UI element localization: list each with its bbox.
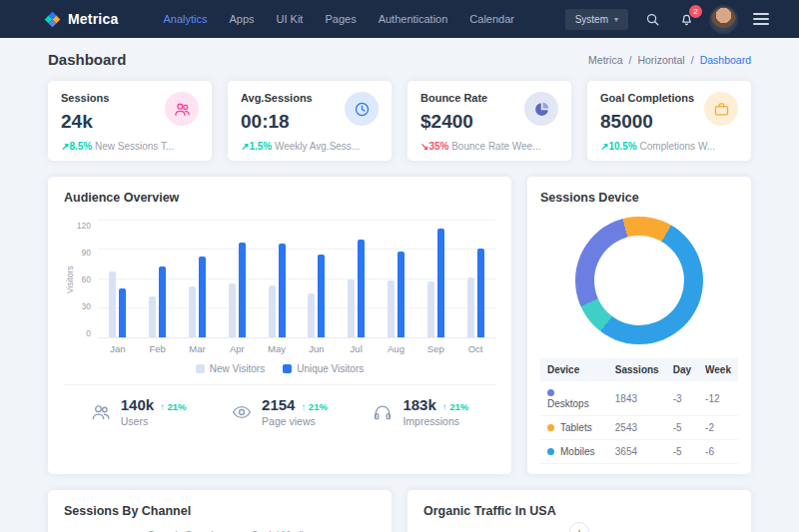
arrow-up-icon: ↑ <box>160 401 165 412</box>
trend-percent: 35% <box>428 141 448 152</box>
stat-value: 140k <box>121 396 154 413</box>
y-axis-title: Visitors <box>64 221 76 338</box>
bar-new-visitors <box>149 296 156 337</box>
stats-row: Sessions 24k ↗8.5% New Sessions T... Avg… <box>48 81 751 161</box>
stat-card-goal-completions: Goal Completions 85000 ↗10.5% Completion… <box>587 81 751 161</box>
bar-group <box>415 221 455 337</box>
arrow-up-icon: ↑ <box>301 401 306 412</box>
trend-percent: 8.5% <box>69 141 92 152</box>
legend-swatch <box>283 364 292 373</box>
bar-group <box>257 221 297 337</box>
main-nav: Analytics Apps UI Kit Pages Authenticati… <box>152 0 525 38</box>
notifications-button[interactable]: 2 <box>677 10 696 29</box>
stat-label: Bounce Rate <box>420 92 487 104</box>
col-header-sassions: Sassions <box>608 358 666 381</box>
breadcrumb-link-metrica[interactable]: Metrica <box>588 54 622 66</box>
trend-desc: Weekly Avg.Sess... <box>275 141 360 152</box>
breadcrumb: Metrica / Horizontal / Dashboard <box>588 54 751 66</box>
trend-desc: Completions W... <box>640 141 716 152</box>
bar-group <box>178 221 218 337</box>
stat-label: Impressions <box>402 415 468 427</box>
device-day: -5 <box>666 416 698 440</box>
audience-stats-strip: 140k ↑ 21% Users 2154 <box>64 384 495 440</box>
card-title: Organic Traffic In USA <box>423 504 735 518</box>
bottom-row: Sessions By Channel Organic Search Socia… <box>48 490 751 532</box>
x-tick-label: Jun <box>297 343 337 354</box>
brand-name: Metrica <box>68 11 118 27</box>
audience-stat-impressions: 183k ↑ 21% Impressions <box>373 396 468 427</box>
audience-stat-page-views: 2154 ↑ 21% Page views <box>232 396 328 427</box>
x-tick-label: Mar <box>178 343 218 354</box>
users-icon <box>165 92 199 126</box>
bar-unique-visitors <box>398 252 404 337</box>
search-button[interactable] <box>643 10 662 29</box>
users-icon <box>91 402 111 422</box>
nav-item-calendar[interactable]: Calendar <box>458 0 525 38</box>
top-navbar: Metrica Analytics Apps UI Kit Pages Auth… <box>0 0 799 38</box>
card-title: Sessions By Channel <box>64 504 376 518</box>
x-tick-label: Jan <box>98 343 138 354</box>
bar-group <box>337 221 377 337</box>
nav-item-authentication[interactable]: Authentication <box>368 0 459 38</box>
nav-item-apps[interactable]: Apps <box>218 0 265 38</box>
sessions-by-channel-card: Sessions By Channel Organic Search Socia… <box>48 490 392 532</box>
stat-percent: 21% <box>449 401 468 412</box>
audience-stat-users: 140k ↑ 21% Users <box>91 396 187 427</box>
x-tick-label: Apr <box>217 343 257 354</box>
breadcrumb-separator: / <box>629 54 632 66</box>
device-name: Tablets <box>560 422 592 433</box>
stat-trend-text: ↗1.5% Weekly Avg.Sess... <box>241 141 379 152</box>
briefcase-icon <box>704 92 738 126</box>
device-sessions: 1843 <box>608 381 666 416</box>
series-dot <box>547 448 554 455</box>
stat-value: 85000 <box>600 111 694 133</box>
x-tick-label: Sep <box>415 343 455 354</box>
bar-unique-visitors <box>199 257 206 337</box>
system-dropdown[interactable]: System ▾ <box>565 9 628 30</box>
brand-logo[interactable]: Metrica <box>44 11 118 28</box>
nav-item-ui-kit[interactable]: UI Kit <box>266 0 315 38</box>
system-dropdown-label: System <box>575 14 608 25</box>
device-day: -5 <box>666 440 698 464</box>
y-tick-label: 90 <box>82 248 91 258</box>
x-tick-label: Aug <box>377 343 416 354</box>
x-axis-labels: JanFebMarAprMayJunJulAugSepOct <box>98 338 495 354</box>
user-avatar[interactable] <box>711 7 736 32</box>
donut-hole <box>594 236 684 325</box>
device-sessions: 3654 <box>608 440 666 464</box>
menu-toggle-button[interactable] <box>751 11 771 27</box>
device-week: -2 <box>698 416 738 440</box>
bar-group <box>98 221 138 337</box>
x-tick-label: Oct <box>455 343 495 354</box>
trend-percent: 10.5% <box>608 141 636 152</box>
bar-new-visitors <box>109 271 116 337</box>
trend-desc: New Sessions T... <box>95 141 174 152</box>
card-title: Sessions Device <box>540 191 738 205</box>
table-row: Mobiles 3654 -5 -6 <box>540 440 738 464</box>
stat-value: 24k <box>61 111 109 133</box>
stat-value: $2400 <box>420 111 487 133</box>
bar-unique-visitors <box>119 288 126 337</box>
col-header-day: Day <box>666 358 698 381</box>
breadcrumb-link-horizontal[interactable]: Horizontal <box>637 54 684 66</box>
metrica-logo-icon <box>44 11 61 28</box>
x-tick-label: Jul <box>337 343 377 354</box>
legend-item-new-visitors[interactable]: New Visitors <box>196 363 265 374</box>
sessions-device-card: Sessions Device Device Sassions Day Week <box>527 177 751 474</box>
device-sessions: 2543 <box>608 416 666 440</box>
map-zoom-in-button[interactable]: + <box>569 522 589 532</box>
bar-new-visitors <box>308 293 315 337</box>
legend-item-unique-visitors[interactable]: Unique Visitors <box>283 363 364 374</box>
bar-unique-visitors <box>279 244 286 337</box>
bar-new-visitors <box>269 285 276 337</box>
stat-value: 183k <box>402 396 435 413</box>
nav-item-pages[interactable]: Pages <box>314 0 367 38</box>
nav-item-analytics[interactable]: Analytics <box>152 0 218 38</box>
audience-bar-chart: Visitors 1209060300 JanFebMarAprMayJunJu… <box>64 221 495 354</box>
content-area: Sessions 24k ↗8.5% New Sessions T... Avg… <box>0 79 799 532</box>
device-week: -12 <box>698 381 738 416</box>
audience-bar-plot <box>98 221 495 338</box>
stat-value: 00:18 <box>241 111 313 133</box>
stat-label: Avg.Sessions <box>241 92 313 104</box>
bar-new-visitors <box>388 280 395 337</box>
